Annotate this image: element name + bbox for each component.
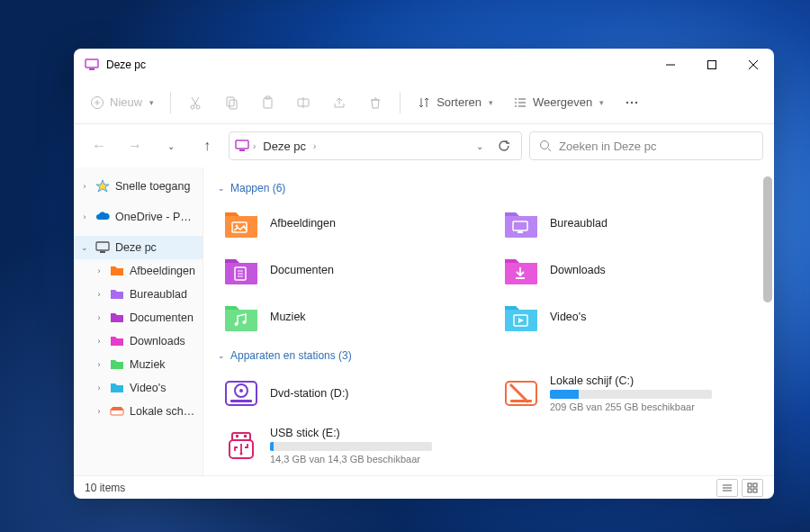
chevron-right-icon[interactable]: ›	[94, 313, 104, 322]
cut-button[interactable]	[178, 86, 212, 119]
sidebar-item-downloads[interactable]: ›Downloads	[74, 329, 202, 353]
grid-icon	[747, 482, 758, 493]
recent-locations-button[interactable]: ⌄	[157, 131, 185, 160]
sidebar-item-this-pc[interactable]: ⌄ Deze pc	[74, 236, 202, 259]
sidebar-item-local-disk[interactable]: ›Lokale schijf (C:	[74, 400, 202, 423]
folder-downloads[interactable]: Downloads	[498, 250, 760, 290]
up-button[interactable]: ↑	[193, 131, 221, 160]
svg-point-24	[631, 101, 633, 103]
rename-button[interactable]	[286, 86, 320, 119]
sidebar-item-documents[interactable]: ›Documenten	[74, 306, 202, 329]
search-input[interactable]: Zoeken in Deze pc	[529, 131, 763, 160]
sort-button[interactable]: Sorteren ▾	[408, 86, 502, 119]
breadcrumb-current[interactable]: Deze pc	[259, 138, 310, 155]
this-pc-icon	[85, 58, 99, 72]
address-bar[interactable]: › Deze pc › ⌄	[229, 131, 522, 160]
chevron-down-icon[interactable]: ⌄	[79, 243, 90, 252]
group-header-devices[interactable]: ⌄ Apparaten en stations (3)	[218, 349, 760, 362]
close-button[interactable]	[733, 49, 774, 81]
dvd-drive-icon	[223, 377, 259, 410]
svg-point-25	[635, 101, 637, 103]
share-button[interactable]	[322, 86, 356, 119]
svg-rect-49	[510, 400, 532, 402]
svg-rect-51	[236, 435, 238, 437]
more-button[interactable]	[615, 86, 649, 119]
titlebar[interactable]: Deze pc	[74, 49, 774, 81]
chevron-right-icon[interactable]: ›	[79, 212, 90, 221]
view-button[interactable]: Weergeven ▾	[504, 86, 613, 119]
folder-icon	[110, 381, 124, 395]
folder-downloads-icon	[503, 254, 539, 286]
folder-documents[interactable]: Documenten	[218, 250, 480, 290]
maximize-button[interactable]	[691, 49, 733, 81]
chevron-down-icon: ▾	[599, 98, 604, 107]
drive-icon	[110, 404, 124, 419]
copy-button[interactable]	[214, 86, 248, 119]
sidebar-item-music[interactable]: ›Muziek	[74, 353, 202, 376]
svg-point-42	[243, 320, 247, 324]
svg-rect-60	[748, 489, 752, 492]
chevron-right-icon[interactable]: ›	[94, 266, 104, 275]
refresh-button[interactable]	[492, 140, 516, 152]
paste-icon	[260, 95, 274, 110]
device-local-disk-c[interactable]: Lokale schijf (C:) 209 GB van 255 GB bes…	[498, 371, 760, 416]
large-icons-view-button[interactable]	[742, 479, 763, 497]
sidebar-item-pictures[interactable]: ›Afbeeldingen	[74, 259, 202, 283]
sidebar-item-quick-access[interactable]: › Snelle toegang	[74, 175, 202, 198]
svg-rect-3	[708, 61, 716, 69]
chevron-right-icon[interactable]: ›	[94, 360, 104, 369]
folder-desktop[interactable]: Bureaublad	[498, 203, 760, 243]
folder-pictures[interactable]: Afbeeldingen	[218, 203, 480, 243]
paste-button[interactable]	[250, 86, 284, 119]
chevron-right-icon: ›	[313, 141, 316, 151]
cut-icon	[188, 95, 202, 110]
back-button[interactable]: ←	[85, 131, 113, 160]
svg-rect-47	[230, 400, 252, 402]
svg-rect-0	[86, 59, 98, 68]
device-dvd[interactable]: Dvd-station (D:)	[218, 371, 480, 416]
svg-rect-27	[239, 149, 245, 151]
folder-desktop-icon	[503, 207, 539, 239]
folder-documents-icon	[223, 254, 259, 286]
svg-rect-59	[753, 483, 757, 487]
chevron-right-icon[interactable]: ›	[79, 182, 90, 191]
scrollbar[interactable]	[763, 176, 772, 466]
plus-circle-icon	[90, 95, 104, 110]
delete-button[interactable]	[358, 86, 392, 119]
drive-icon	[503, 377, 539, 410]
device-usb[interactable]: USB stick (E:) 14,3 GB van 14,3 GB besch…	[218, 423, 480, 468]
this-pc-icon	[235, 139, 249, 153]
chevron-right-icon[interactable]: ›	[94, 407, 104, 416]
sidebar-item-desktop[interactable]: ›Bureaublad	[74, 283, 202, 306]
chevron-right-icon[interactable]: ›	[94, 383, 104, 392]
minimize-button[interactable]	[650, 49, 691, 81]
details-view-button[interactable]	[716, 479, 738, 497]
copy-icon	[224, 95, 238, 110]
chevron-right-icon[interactable]: ›	[94, 337, 104, 346]
rename-icon	[296, 95, 310, 110]
navigation-bar: ← → ⌄ ↑ › Deze pc › ⌄ Zoeken in Deze pc	[74, 124, 774, 167]
svg-point-9	[191, 105, 194, 109]
scrollbar-thumb[interactable]	[763, 176, 772, 302]
search-icon	[539, 140, 552, 152]
address-dropdown-button[interactable]: ⌄	[471, 141, 489, 151]
sidebar-item-videos[interactable]: ›Video's	[74, 376, 202, 400]
sidebar-item-onedrive[interactable]: › OneDrive - Perso	[74, 205, 202, 229]
sort-icon	[417, 95, 431, 110]
cloud-icon	[95, 210, 110, 224]
group-header-folders[interactable]: ⌄ Mappen (6)	[218, 182, 760, 194]
forward-button[interactable]: →	[121, 131, 149, 160]
svg-rect-30	[96, 242, 109, 250]
view-icon	[513, 95, 527, 110]
svg-rect-12	[230, 100, 237, 109]
folder-music[interactable]: Muziek	[218, 297, 480, 337]
svg-point-46	[239, 389, 243, 392]
new-button[interactable]: Nieuw ▾	[81, 86, 163, 119]
ellipsis-icon	[625, 95, 639, 110]
storage-bar	[270, 442, 432, 451]
chevron-right-icon[interactable]: ›	[94, 290, 104, 299]
usb-drive-icon	[223, 429, 259, 462]
chevron-down-icon: ▾	[489, 98, 493, 107]
folder-videos[interactable]: Video's	[498, 297, 760, 337]
svg-rect-50	[232, 433, 250, 440]
